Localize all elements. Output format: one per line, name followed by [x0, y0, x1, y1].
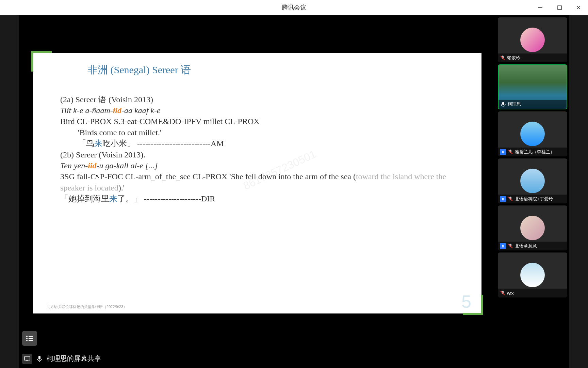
example-2b-label: (2b) Sereer (Voisin 2013). — [60, 149, 454, 160]
svg-point-6 — [26, 338, 28, 339]
avatar — [520, 122, 545, 146]
example-2a-translation-en: 'Birds come to eat millet.' — [78, 127, 454, 138]
text-segment: 「鸟 — [78, 139, 94, 148]
participant-name: 北语语科院+丁爱玲 — [515, 196, 553, 202]
svg-point-17 — [502, 151, 504, 152]
participant-tile[interactable]: 北语语科院+丁爱玲 — [498, 158, 567, 203]
mic-muted-icon — [500, 290, 505, 296]
name-strip: 北语语科院+丁爱玲 — [498, 195, 567, 203]
status-bar: 柯理思的屏幕共享 — [19, 349, 496, 368]
cursor-icon: ↖ — [95, 173, 100, 180]
name-strip: 北语章意意 — [498, 242, 567, 250]
mic-status-icon[interactable] — [34, 354, 45, 364]
slide-body: (2a) Sereer 语 (Voisin 2013) Tiit k-e a-ñ… — [60, 94, 454, 204]
maximize-icon — [557, 5, 562, 10]
svg-point-8 — [26, 340, 28, 341]
name-strip: 雅馨兰儿（李桂兰） — [498, 148, 567, 156]
minimize-button[interactable] — [531, 0, 550, 15]
list-icon — [26, 335, 33, 341]
highlight-iid: iid — [113, 106, 121, 115]
example-2a-text: Tiit k-e a-ñaam-iid-aa kaaf k-e — [60, 105, 454, 116]
example-2a-translation-cn: 「鸟来吃小米」 ---------------------------AM — [78, 138, 454, 149]
avatar — [520, 169, 545, 193]
text-segment: Tiit k-e a-ñaam- — [60, 106, 113, 115]
user-badge-icon — [500, 149, 506, 155]
participant-tile[interactable]: 雅馨兰儿（李桂兰） — [498, 111, 567, 156]
mic-on-icon — [501, 102, 506, 107]
text-segment: P-FOC CL-arm_of_the_see CL-PROX 'She fel… — [100, 172, 356, 181]
participant-name: 北语章意意 — [515, 243, 537, 249]
participant-tile[interactable]: 赖依玲 — [498, 17, 567, 62]
svg-rect-12 — [38, 356, 40, 359]
user-badge-icon — [500, 243, 506, 249]
name-strip: 赖依玲 — [498, 53, 567, 62]
minimize-icon — [538, 5, 543, 10]
participant-tile[interactable]: 柯理思 — [498, 64, 567, 109]
participant-panel: 赖依玲柯理思雅馨兰儿（李桂兰）北语语科院+丁爱玲北语章意意wfx — [496, 15, 569, 368]
microphone-icon — [37, 355, 42, 362]
participant-name: 赖依玲 — [507, 55, 520, 61]
window-title: 腾讯会议 — [282, 3, 306, 12]
slide-content: 非洲 (Senegal) Sereer 语 (2a) Sereer 语 (Voi… — [33, 53, 481, 314]
window-controls — [531, 0, 588, 15]
cursor-position: ↖ — [96, 171, 100, 182]
text-segment: 吃小米」 ---------------------------AM — [102, 139, 224, 148]
shared-screen-area: 8617857230501 非洲 (Senegal) Sereer 语 (2a)… — [19, 15, 496, 368]
toc-button[interactable] — [22, 331, 37, 346]
text-segment: Ten yen- — [60, 161, 88, 170]
example-2a-gloss: Bird CL-PROX S.3-eat-COME&DO-IPFV millet… — [60, 116, 454, 127]
meeting-body: 8617857230501 非洲 (Senegal) Sereer 语 (2a)… — [19, 15, 569, 368]
mic-muted-icon — [500, 55, 505, 61]
avatar — [520, 28, 545, 52]
text-segment: 「她掉到海里 — [60, 194, 109, 203]
svg-point-23 — [502, 245, 504, 246]
presentation-slide: 8617857230501 非洲 (Senegal) Sereer 语 (2a)… — [33, 53, 481, 314]
close-button[interactable] — [569, 0, 588, 15]
svg-rect-10 — [24, 357, 30, 360]
monitor-icon — [24, 356, 30, 361]
svg-point-20 — [502, 198, 504, 199]
slide-title: 非洲 (Senegal) Sereer 语 — [87, 63, 454, 77]
text-segment: 3SG fall-C — [60, 172, 96, 181]
svg-point-4 — [26, 336, 28, 337]
example-2b-text: Ten yen-iid-u ga-kall al-e [...] — [60, 160, 454, 171]
mic-muted-icon — [508, 243, 513, 249]
avatar — [520, 216, 545, 240]
slide-footer: 北方语关联位移标记的类型学特研（2022/9/23） — [47, 304, 127, 309]
text-segment: 了。」 ---------------------DIR — [117, 194, 215, 203]
participant-tile[interactable]: wfx — [498, 252, 567, 297]
participant-name: wfx — [507, 291, 514, 296]
text-segment: -aa kaaf k-e — [121, 106, 161, 115]
close-icon — [576, 5, 581, 10]
highlight-iid: iid — [88, 161, 96, 170]
share-status-text: 柯理思的屏幕共享 — [47, 354, 101, 363]
svg-rect-1 — [558, 6, 561, 10]
example-2b-gloss: 3SG fall-C↖ P-FOC CL-arm_of_the_see CL-P… — [60, 171, 454, 193]
mic-muted-icon — [508, 196, 513, 202]
screen-share-icon[interactable] — [22, 354, 32, 364]
participant-tile[interactable]: 北语章意意 — [498, 205, 567, 250]
text-segment: ).' — [118, 183, 125, 192]
maximize-button[interactable] — [550, 0, 569, 15]
highlight-lai: 来 — [109, 194, 117, 203]
svg-rect-16 — [502, 102, 504, 105]
user-badge-icon — [500, 196, 506, 202]
participant-name: 雅馨兰儿（李桂兰） — [515, 149, 555, 155]
participant-name: 柯理思 — [508, 101, 521, 107]
avatar — [520, 263, 545, 287]
highlight-lai: 来 — [94, 139, 102, 148]
example-2b-translation-cn: 「她掉到海里来了。」 ---------------------DIR — [60, 193, 454, 204]
titlebar: 腾讯会议 — [0, 0, 588, 15]
text-segment: -u ga-kall al-e [...] — [97, 161, 158, 170]
example-2a-label: (2a) Sereer 语 (Voisin 2013) — [60, 94, 454, 105]
slide-page-number: 5 — [461, 291, 471, 312]
name-strip: wfx — [498, 289, 567, 297]
name-strip: 柯理思 — [499, 100, 567, 109]
mic-muted-icon — [508, 149, 513, 155]
